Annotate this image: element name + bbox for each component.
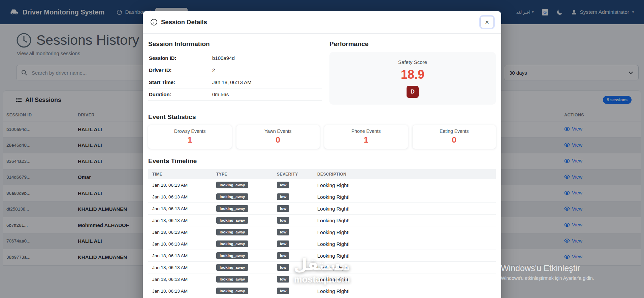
event-type-badge: looking_away (216, 288, 248, 294)
severity-badge: low (277, 240, 289, 247)
event-type-badge: looking_away (216, 217, 248, 224)
timeline-time-cell: Jan 18, 06:13 AM (148, 191, 212, 203)
severity-badge: low (277, 205, 289, 212)
info-field-label: Driver ID: (149, 67, 212, 73)
info-field-row: Session ID: b100a94d (148, 52, 322, 64)
info-field-label: Session ID: (149, 55, 212, 61)
info-field-row: Start Time: Jan 18, 06:13 AM (148, 76, 322, 88)
session-information-section: Session Information Session ID: b100a94d… (148, 40, 322, 105)
timeline-description-cell: Looking Right! (313, 226, 496, 238)
column-header-type: Type (212, 169, 273, 179)
safety-score-value: 18.9 (401, 68, 424, 82)
grade-badge: D (407, 86, 419, 98)
event-type-badge: looking_away (216, 229, 248, 235)
column-header-description: Description (313, 169, 496, 179)
info-field-label: Duration: (149, 91, 212, 97)
event-type-badge: looking_away (216, 205, 248, 212)
column-header-severity: Severity (273, 169, 313, 179)
timeline-time-cell: Jan 18, 06:13 AM (148, 226, 212, 238)
events-timeline-table: Time Type Severity Description Jan 18, 0… (148, 169, 496, 298)
severity-badge: low (277, 217, 289, 224)
timeline-row: Jan 18, 06:13 AM looking_away low Lookin… (148, 238, 496, 250)
modal-body: Session Information Session ID: b100a94d… (143, 34, 501, 298)
timeline-row: Jan 18, 06:13 AM looking_away low Lookin… (148, 262, 496, 273)
severity-badge: low (277, 264, 289, 271)
modal-title-label: Session Details (161, 18, 207, 26)
timeline-description-cell: Looking Right! (313, 191, 496, 203)
info-icon (150, 18, 158, 26)
event-type-badge: looking_away (216, 276, 248, 283)
timeline-time-cell: Jan 18, 06:13 AM (148, 250, 212, 262)
modal-title: Session Details (150, 18, 207, 26)
events-timeline-heading: Events Timeline (148, 157, 496, 165)
severity-badge: low (277, 288, 289, 294)
event-statistics-row: Drowsy Events 1 Yawn Events 0 Phone Even… (148, 125, 496, 149)
info-field-label: Start Time: (149, 79, 212, 85)
timeline-time-cell: Jan 18, 06:13 AM (148, 285, 212, 297)
event-stat-value: 0 (415, 135, 493, 145)
timeline-time-cell: Jan 18, 06:13 AM (148, 238, 212, 250)
timeline-description-cell: Looking Right! (313, 215, 496, 226)
timeline-time-cell: Jan 18, 06:13 AM (148, 297, 212, 298)
severity-badge: low (277, 182, 289, 188)
info-field-value: 0m 56s (212, 91, 229, 97)
timeline-description-cell: Looking Right! (313, 285, 496, 297)
performance-heading: Performance (329, 40, 496, 48)
info-field-row: Driver ID: 2 (148, 64, 322, 76)
modal-header: Session Details ✕ (143, 11, 501, 34)
timeline-description-cell: Looking Right! (313, 297, 496, 298)
event-stat-card: Yawn Events 0 (236, 125, 320, 149)
timeline-table-body: Jan 18, 06:13 AM looking_away low Lookin… (148, 179, 496, 298)
event-statistics-heading: Event Statistics (148, 113, 496, 121)
timeline-description-cell: Looking Right! (313, 273, 496, 285)
info-field-row: Duration: 0m 56s (148, 88, 322, 101)
session-information-heading: Session Information (148, 40, 322, 48)
event-stat-label: Eating Events (415, 128, 493, 134)
timeline-time-cell: Jan 18, 06:13 AM (148, 215, 212, 226)
event-stat-card: Phone Events 1 (324, 125, 408, 149)
info-grid: Session Information Session ID: b100a94d… (148, 40, 496, 105)
timeline-description-cell: Looking Right! (313, 238, 496, 250)
event-type-badge: looking_away (216, 193, 248, 200)
timeline-row: Jan 18, 06:13 AM looking_away low Lookin… (148, 203, 496, 215)
safety-score-card: Safety Score 18.9 D (329, 52, 496, 105)
column-header-time: Time (148, 169, 212, 179)
event-stat-value: 0 (239, 135, 317, 145)
session-details-modal: Session Details ✕ Session Information Se… (143, 11, 501, 298)
severity-badge: low (277, 229, 289, 235)
timeline-time-cell: Jan 18, 06:13 AM (148, 179, 212, 191)
event-stat-label: Phone Events (327, 128, 405, 134)
timeline-row: Jan 18, 06:13 AM looking_away low Lookin… (148, 226, 496, 238)
event-stat-label: Yawn Events (239, 128, 317, 134)
event-type-badge: looking_away (216, 264, 248, 271)
close-icon: ✕ (485, 19, 489, 26)
timeline-row: Jan 18, 06:13 AM looking_away low Lookin… (148, 273, 496, 285)
severity-badge: low (277, 252, 289, 259)
event-stat-card: Eating Events 0 (413, 125, 496, 149)
info-field-value: b100a94d (212, 55, 235, 61)
close-button[interactable]: ✕ (480, 16, 494, 28)
event-type-badge: looking_away (216, 252, 248, 259)
timeline-description-cell: Looking Right! (313, 203, 496, 215)
event-type-badge: looking_away (216, 182, 248, 188)
timeline-time-cell: Jan 18, 06:13 AM (148, 203, 212, 215)
timeline-header-row: Time Type Severity Description (148, 169, 496, 179)
event-stat-value: 1 (327, 135, 405, 145)
timeline-description-cell: Looking Right! (313, 262, 496, 273)
timeline-row: Jan 18, 06:13 AM looking_away low Lookin… (148, 179, 496, 191)
session-information-fields: Session ID: b100a94d Driver ID: 2 Start … (148, 52, 322, 101)
info-field-value: Jan 18, 06:13 AM (212, 79, 252, 85)
event-stat-value: 1 (151, 135, 229, 145)
timeline-row: Jan 18, 06:13 AM looking_away low Lookin… (148, 285, 496, 297)
timeline-description-cell: Looking Right! (313, 250, 496, 262)
timeline-row: Jan 18, 06:13 AM looking_away low Lookin… (148, 297, 496, 298)
info-field-value: 2 (212, 67, 215, 73)
event-type-badge: looking_away (216, 240, 248, 247)
event-stat-card: Drowsy Events 1 (148, 125, 232, 149)
timeline-row: Jan 18, 06:13 AM looking_away low Lookin… (148, 250, 496, 262)
performance-section: Performance Safety Score 18.9 D (329, 40, 496, 105)
timeline-description-cell: Looking Right! (313, 179, 496, 191)
safety-score-label: Safety Score (398, 59, 427, 65)
timeline-time-cell: Jan 18, 06:13 AM (148, 273, 212, 285)
event-stat-label: Drowsy Events (151, 128, 229, 134)
